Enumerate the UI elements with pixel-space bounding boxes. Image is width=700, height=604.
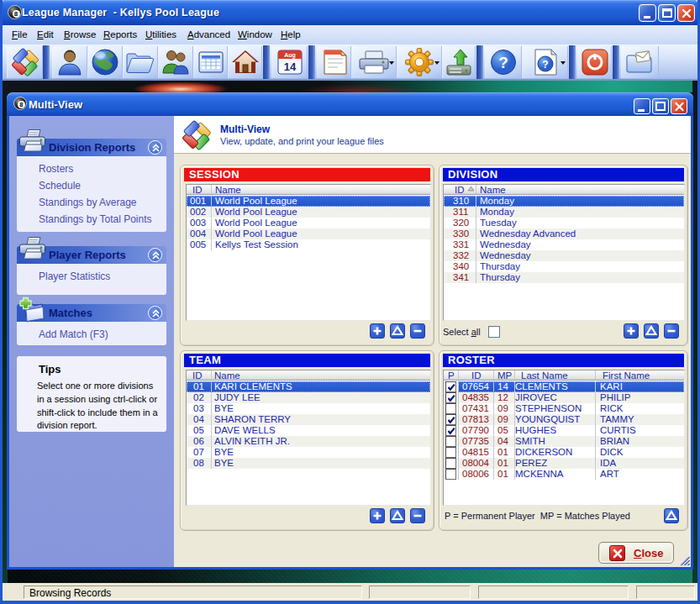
svg-text:Aug: Aug	[284, 52, 296, 59]
svg-text:14: 14	[283, 60, 296, 73]
svg-text:?: ?	[542, 59, 548, 71]
svg-text:?: ?	[498, 54, 508, 71]
